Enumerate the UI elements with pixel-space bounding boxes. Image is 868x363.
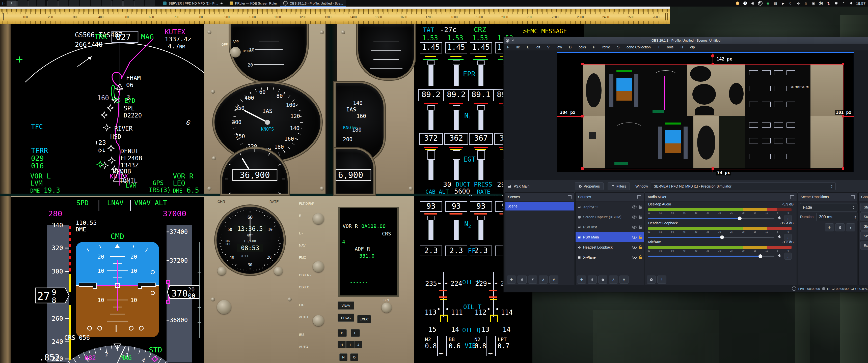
tray-usb-icon[interactable]: ▯ — [803, 1, 808, 5]
crop-handle[interactable] — [581, 63, 584, 65]
tray-volume-icon[interactable] — [796, 1, 800, 5]
tray-keyboard-layout-icon[interactable]: de — [818, 1, 823, 5]
scenes-header[interactable]: Scenes — [505, 193, 574, 201]
controls-button-0[interactable]: Start Streaming — [861, 203, 868, 211]
transition-select[interactable]: Fade▲▼ — [800, 203, 858, 212]
down-button[interactable]: ∨ — [619, 275, 628, 284]
taskbar-window-2[interactable]: OBS 29.1.3 - Profile: Untitled - Sce... — [280, 0, 346, 6]
lock-toggle[interactable] — [639, 206, 642, 209]
controls-header[interactable]: Controls — [859, 193, 868, 201]
menu-docks[interactable]: Docks — [565, 45, 589, 49]
taskbar-slot[interactable] — [145, 0, 155, 6]
crop-rectangle[interactable] — [583, 64, 844, 169]
tray-notifications-icon[interactable] — [849, 1, 854, 5]
controls-button-2[interactable]: Studio Mode — [861, 222, 868, 231]
tray-cantata-icon[interactable] — [735, 1, 740, 5]
cdu-key[interactable]: O — [350, 354, 358, 361]
add-transition-button[interactable]: + — [825, 223, 834, 231]
source-item[interactable]: Xephyr :2 — [576, 202, 644, 212]
taskbar-slot[interactable] — [91, 0, 101, 6]
plus-button[interactable]: + — [577, 275, 586, 284]
chrono-knob-right[interactable] — [274, 267, 283, 275]
window-select[interactable]: SERVER | PFD ND MFD [1] - Precision Simu… — [651, 182, 836, 190]
lock-toggle[interactable] — [639, 227, 642, 229]
menu-tools[interactable]: Tools — [654, 45, 677, 49]
kruler-screen-ruler[interactable]: 1002003004005006007008009001000110012001… — [0, 6, 670, 24]
cdu-key[interactable]: E — [351, 329, 360, 337]
channel-speaker-icon[interactable] — [777, 254, 781, 258]
lock-toggle[interactable] — [639, 247, 642, 249]
tray-obs-icon[interactable] — [750, 1, 755, 5]
channel-options-button[interactable]: ⋮ — [784, 253, 792, 260]
gear-button[interactable] — [598, 275, 607, 284]
dock-popout-icon[interactable] — [790, 195, 794, 199]
app-launcher-icon[interactable]: ⋮· — [1, 1, 5, 5]
taskbar-slot[interactable] — [48, 0, 58, 6]
cdu-key[interactable]: D — [338, 329, 347, 337]
properties-button[interactable]: Properties — [575, 182, 603, 190]
source-item[interactable]: X-Plane — [576, 252, 644, 262]
lock-toggle[interactable] — [639, 257, 642, 259]
taskbar-slot[interactable] — [69, 0, 79, 6]
menu-scene-collection[interactable]: Scene Collection — [614, 45, 654, 49]
channel-speaker-icon[interactable] — [777, 235, 781, 239]
tray-night-color-icon[interactable]: ☾ — [788, 1, 793, 5]
controls-button-4[interactable]: Exit — [861, 241, 868, 250]
source-item[interactable]: Screen Capture (XSHM) — [576, 212, 644, 222]
chrono-knob-left[interactable] — [217, 267, 226, 275]
adi-mode-knob[interactable] — [230, 47, 241, 58]
cdu-key[interactable]: H — [338, 341, 346, 349]
controls-button-3[interactable]: Settings — [861, 231, 868, 240]
sources-header[interactable]: Sources — [576, 193, 644, 201]
transition-options-button[interactable]: ⋮ — [846, 223, 855, 231]
dots-button[interactable]: ⋮ — [657, 275, 666, 284]
dock-popout-icon[interactable] — [851, 195, 855, 199]
chronometer[interactable]: 60 50 10 40 20 30 13:36.5 GMT ET/CHR 08:… — [217, 207, 284, 274]
controls-button-1[interactable]: Start Recording — [861, 212, 868, 221]
gear-button[interactable] — [647, 275, 656, 284]
source-item[interactable]: Headset Loopback — [576, 242, 644, 252]
lock-toggle[interactable] — [639, 237, 642, 239]
tray-network-icon[interactable] — [834, 1, 838, 5]
visibility-toggle[interactable] — [632, 226, 637, 229]
visibility-toggle[interactable] — [632, 256, 637, 259]
channel-options-button[interactable]: ⋮ — [784, 215, 792, 222]
obs-preview-area[interactable]: NO SMOKING ON 142 px 304 px 101 px 74 px — [504, 51, 868, 180]
visibility-toggle[interactable] — [632, 236, 637, 239]
down-button[interactable]: ∨ — [549, 275, 558, 284]
cdu-key[interactable]: PROG — [338, 314, 354, 322]
source-item[interactable]: PSX Main — [576, 232, 644, 242]
audio-mixer-header[interactable]: Audio Mixer — [645, 193, 797, 201]
filter-button[interactable] — [528, 275, 537, 284]
taskbar-clock[interactable]: 19:57 — [856, 1, 866, 5]
tray-clipboard-icon[interactable]: ▤ — [773, 1, 778, 5]
taskbar-slot[interactable] — [102, 0, 112, 6]
trash-button[interactable] — [518, 275, 527, 284]
up-button[interactable]: ∧ — [609, 275, 618, 284]
menu-view[interactable]: View — [544, 45, 565, 49]
scene-transitions-header[interactable]: Scene Transitions — [798, 193, 857, 201]
taskbar-slot[interactable] — [80, 0, 90, 6]
lock-toggle[interactable] — [639, 217, 642, 219]
brt-knob[interactable] — [381, 302, 392, 312]
menu-help[interactable]: Help — [677, 45, 699, 49]
filters-button[interactable]: Filters — [608, 182, 630, 190]
irs-knob[interactable] — [313, 315, 324, 326]
source-item[interactable]: PSX Inst — [576, 222, 644, 232]
panel-knob[interactable] — [217, 300, 231, 314]
flt-dir-knob[interactable] — [313, 213, 324, 224]
visibility-toggle[interactable] — [632, 205, 637, 208]
taskbar-window-0[interactable]: SERVER | PFD ND MFD [1] - Pr... — [160, 0, 226, 6]
channel-speaker-icon[interactable] — [777, 216, 781, 220]
cdu-key[interactable]: VNAV — [338, 301, 354, 309]
menu-file[interactable]: File — [504, 45, 524, 49]
remove-transition-button[interactable] — [835, 223, 844, 231]
scene-item[interactable]: Scene — [505, 202, 574, 210]
tray-contacts-icon[interactable]: ◉ — [766, 1, 770, 5]
menu-profile[interactable]: Profile — [589, 45, 614, 49]
plus-button[interactable]: + — [507, 275, 516, 284]
volume-slider[interactable] — [648, 237, 774, 238]
crop-handle[interactable] — [842, 63, 844, 65]
cdu-key[interactable]: EXEC — [357, 315, 371, 323]
taskbar-slot[interactable] — [123, 0, 133, 6]
